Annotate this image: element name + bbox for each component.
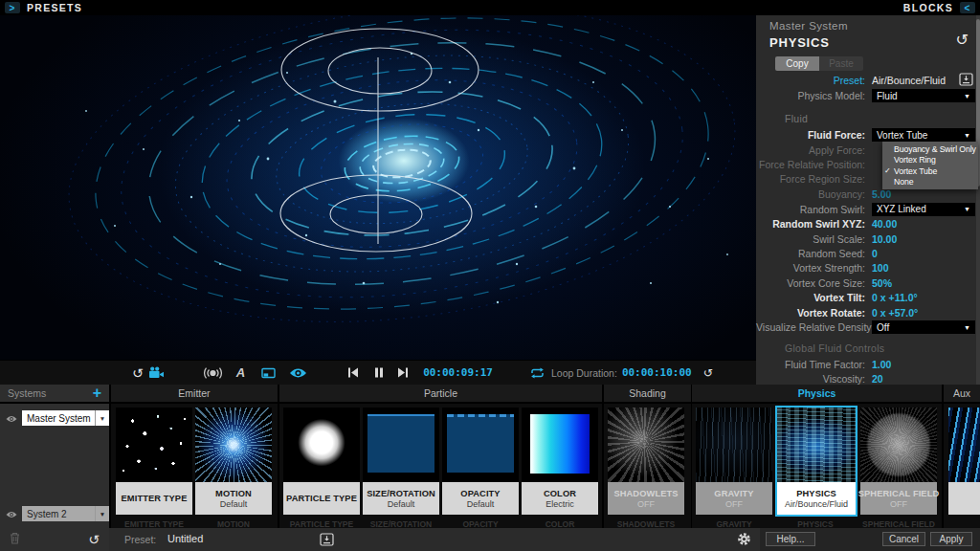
vortex-core-size-label: Vortex Core Size: (756, 277, 872, 289)
pause-button[interactable] (374, 367, 384, 378)
system-select-master[interactable]: Master System ▼ (22, 410, 109, 426)
save-preset-button[interactable] (320, 533, 334, 550)
menu-item-vortex-ring[interactable]: Vortex Ring (882, 155, 978, 166)
gear-icon[interactable] (737, 532, 751, 550)
swirl-scale-value[interactable]: 10.00 (872, 233, 897, 245)
go-to-start-button[interactable] (347, 367, 359, 378)
system-row-2: System 2 ▼ (0, 505, 109, 522)
apply-button[interactable]: Apply (930, 532, 972, 546)
presets-label: PRESETS (27, 2, 82, 13)
shadowlets-thumbnail (608, 408, 684, 482)
blocks-label: BLOCKS (903, 2, 953, 13)
preset-name-label: Preset: (124, 534, 156, 545)
physics-parameters: Preset: Air/Bounce/Fluid Physics Model: … (756, 73, 980, 386)
panel-scrollbar[interactable] (976, 15, 980, 385)
eye-icon[interactable] (6, 505, 17, 522)
eye-icon[interactable] (6, 409, 17, 427)
random-swirl-xyz-label: Random Swirl XYZ: (756, 218, 872, 230)
fluid-force-dropdown[interactable]: Vortex Tube ▼ (872, 128, 975, 142)
block-card-aux[interactable]: A (948, 408, 980, 515)
reset-systems-icon[interactable]: ↺ (88, 533, 100, 546)
current-timecode-field[interactable]: 00:00:09:17 (423, 366, 493, 379)
spherical-field-thumbnail (860, 408, 937, 482)
particle-preview-viewport[interactable] (0, 15, 756, 360)
emitter-type-thumbnail (116, 408, 192, 482)
vortex-strength-value[interactable]: 100 (872, 262, 889, 274)
chevron-down-icon: ▼ (964, 93, 970, 99)
block-card-size-rotation[interactable]: SIZE/ROTATIONDefault (363, 408, 439, 515)
loop-duration-field[interactable]: 00:00:10:00 (622, 366, 692, 379)
system-select-2[interactable]: System 2 ▼ (22, 506, 109, 521)
block-card-shadowlets[interactable]: SHADOWLETSOFF (608, 408, 684, 515)
random-seed-value[interactable]: 0 (872, 248, 878, 259)
vortex-core-size-value[interactable]: 50% (872, 277, 892, 289)
fluid-time-factor-value[interactable]: 1.00 (872, 359, 891, 370)
global-fluid-controls-header: Global Fluid Controls (756, 335, 980, 357)
visibility-eye-icon[interactable] (289, 367, 307, 379)
block-card-emitter-type[interactable]: EMITTER TYPE (116, 408, 192, 515)
block-card-physics[interactable]: PHYSICSAir/Bounce/Fluid (777, 408, 856, 515)
visualize-relative-density-dropdown[interactable]: Off ▼ (872, 320, 975, 334)
menu-item-vortex-tube[interactable]: ✓ Vortex Tube (882, 165, 978, 177)
motion-thumbnail (195, 408, 272, 482)
fluid-force-label: Fluid Force: (756, 129, 872, 141)
section-emitter: Emitter EMITTER TYPE EMITTER TYPE MOTION… (111, 385, 278, 528)
menu-item-buoyancy-swirl-only[interactable]: Buoyancy & Swirl Only (882, 143, 978, 155)
go-to-end-button[interactable] (397, 367, 409, 378)
size-rotation-thumbnail (363, 408, 439, 482)
random-swirl-xyz-value[interactable]: 40.00 (872, 218, 897, 230)
color-thumbnail (522, 408, 598, 482)
block-card-motion[interactable]: MOTIONDefault (195, 408, 272, 515)
random-swirl-dropdown[interactable]: XYZ Linked ▼ (872, 203, 975, 216)
block-card-spherical-field[interactable]: SPHERICAL FIELDOFF (860, 408, 937, 515)
viewport-display-icon[interactable] (261, 367, 276, 379)
chevron-right-icon[interactable]: > (5, 2, 20, 13)
cancel-button[interactable]: Cancel (882, 532, 925, 546)
section-shading: Shading SHADOWLETSOFF SHADOWLETS (604, 385, 691, 528)
help-button[interactable]: Help... (766, 532, 815, 546)
fluid-time-factor-label: Fluid Time Factor: (756, 359, 872, 370)
motion-blur-icon[interactable] (203, 366, 223, 380)
trash-icon[interactable] (10, 531, 20, 548)
viscosity-value[interactable]: 20 (872, 373, 883, 385)
block-card-opacity[interactable]: OPACITYDefault (442, 408, 519, 515)
preset-value[interactable]: Air/Bounce/Fluid (872, 75, 946, 86)
buoyancy-value[interactable]: 5.00 (872, 188, 891, 200)
chevron-left-icon[interactable]: < (960, 2, 975, 13)
copy-button[interactable]: Copy (775, 56, 819, 71)
vortex-strength-label: Vortex Strength: (756, 262, 872, 274)
reset-view-icon[interactable]: ↺ (132, 366, 144, 380)
blocks-toggle[interactable]: BLOCKS < (903, 2, 975, 13)
block-card-gravity[interactable]: GRAVITYOFF (696, 408, 772, 515)
camera-icon[interactable] (148, 366, 165, 379)
chevron-down-icon: ▼ (95, 410, 109, 426)
menu-item-none[interactable]: None (882, 177, 978, 188)
vortex-tilt-value[interactable]: 0 x +11.0° (872, 292, 918, 303)
loop-reset-icon[interactable]: ↺ (703, 367, 713, 379)
vortex-rotate-label: Vortex Rotate: (756, 307, 872, 319)
chevron-down-icon: ▼ (964, 132, 970, 139)
fluid-force-menu: Buoyancy & Swirl Only Vortex Ring ✓ Vort… (882, 142, 978, 189)
physics-model-dropdown[interactable]: Fluid ▼ (872, 89, 975, 102)
checkmark-icon: ✓ (884, 166, 891, 175)
preset-name-value[interactable]: Untitled (167, 533, 203, 544)
transport-bar: ↺ A 00:00:09:17 Loop Duration: 00:00:10:… (0, 360, 756, 385)
particle-type-thumbnail (283, 408, 360, 482)
physics-model-label: Physics Model: (756, 90, 872, 101)
top-bar: > PRESETS BLOCKS < (0, 0, 980, 15)
force-region-size-label: Force Region Size: (756, 173, 872, 185)
block-card-color[interactable]: COLORElectric (522, 408, 598, 515)
random-swirl-label: Random Swirl: (756, 204, 872, 215)
paste-button[interactable]: Paste (819, 56, 863, 71)
block-card-particle-type[interactable]: PARTICLE TYPE (283, 408, 360, 515)
reset-block-icon[interactable]: ↺ (956, 33, 969, 48)
add-system-button[interactable]: + (93, 386, 101, 401)
section-physics-header: Physics (692, 385, 942, 404)
vortex-tilt-label: Vortex Tilt: (756, 292, 872, 303)
particular-designer-window: > PRESETS BLOCKS < (0, 0, 980, 551)
presets-toggle[interactable]: > PRESETS (5, 2, 82, 13)
vortex-rotate-value[interactable]: 0 x +57.0° (872, 307, 918, 319)
loop-icon[interactable] (529, 367, 546, 379)
physics-thumbnail (777, 408, 856, 482)
horizon-grid-icon[interactable]: A (236, 365, 245, 380)
